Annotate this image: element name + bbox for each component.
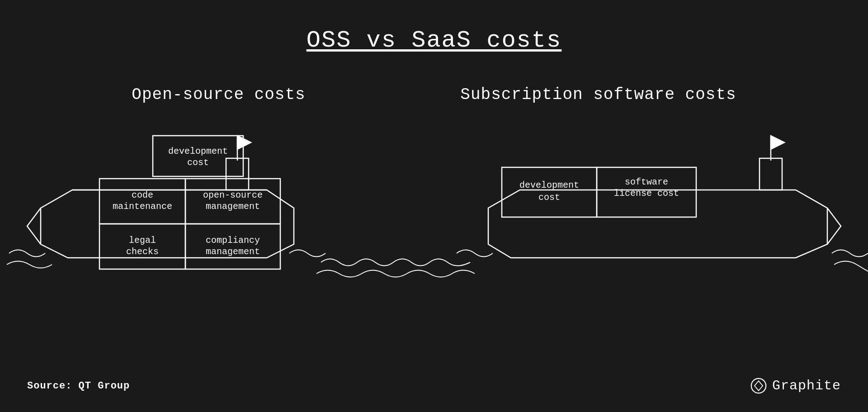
oss-legal-checks-text: legal <box>129 235 156 246</box>
svg-rect-4 <box>760 158 782 190</box>
source-text: Source: QT Group <box>27 380 130 392</box>
oss-compliancy-mgmt-text: compliancy <box>206 235 260 246</box>
page-container: OSS vs SaaS costs Open-source costs Subs… <box>0 0 868 412</box>
oss-dev-cost-text2: cost <box>187 157 209 168</box>
saas-dev-cost-text2: cost <box>538 192 560 203</box>
footer: Source: QT Group Graphite <box>0 378 868 394</box>
svg-marker-6 <box>771 136 784 149</box>
graphite-logo-icon <box>750 378 767 394</box>
svg-marker-3 <box>237 136 251 149</box>
oss-code-maint-text2: maintenance <box>113 201 172 212</box>
oss-legal-checks-text2: checks <box>126 246 159 257</box>
saas-dev-cost-text: development <box>519 180 579 190</box>
graphite-branding: Graphite <box>750 378 841 394</box>
oss-opensource-mgmt-text: open-source <box>203 190 263 200</box>
svg-rect-1 <box>226 158 249 190</box>
oss-opensource-mgmt-text2: management <box>206 201 260 212</box>
saas-license-cost-text2: license cost <box>614 188 679 199</box>
oss-dev-cost-text: development <box>168 146 228 156</box>
ships-illustration: development cost code maintenance open-s… <box>0 90 868 398</box>
oss-compliancy-mgmt-text2: management <box>206 246 260 257</box>
saas-ship <box>457 136 868 271</box>
svg-marker-8 <box>755 381 763 391</box>
oss-code-maint-text: code <box>132 190 153 200</box>
graphite-brand-text: Graphite <box>772 378 841 393</box>
page-title: OSS vs SaaS costs <box>0 0 868 54</box>
saas-license-cost-text: software <box>625 177 668 187</box>
